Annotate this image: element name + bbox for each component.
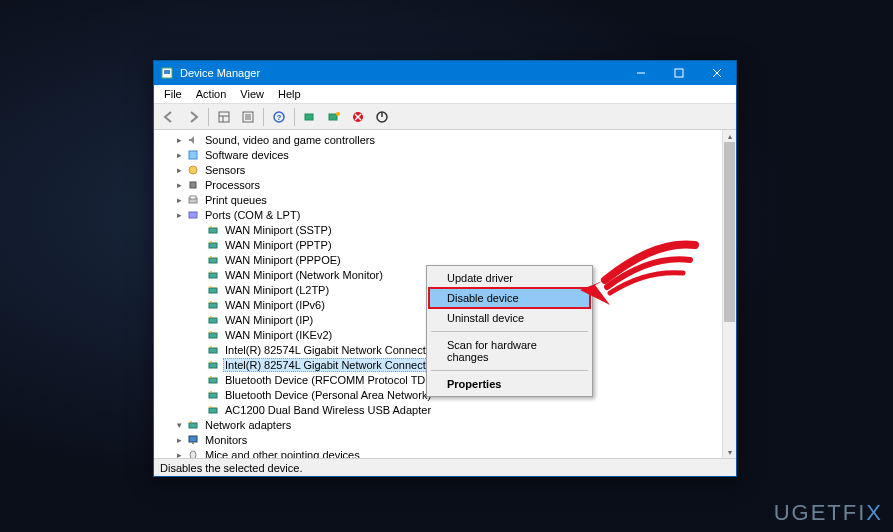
tree-item[interactable]: AC1200 Dual Band Wireless USB Adapter: [154, 402, 736, 417]
vertical-scrollbar[interactable]: ▴ ▾: [722, 130, 736, 458]
tree-item[interactable]: ▸Ports (COM & LPT): [154, 207, 736, 222]
tree-item-label: WAN Miniport (IPv6): [223, 299, 327, 311]
ctx-properties[interactable]: Properties: [429, 374, 590, 394]
svg-point-44: [210, 331, 212, 333]
tree-item-label: WAN Miniport (Network Monitor): [223, 269, 385, 281]
status-text: Disables the selected device.: [160, 462, 302, 474]
menu-action[interactable]: Action: [189, 86, 234, 102]
tree-item-label: WAN Miniport (PPPOE): [223, 254, 343, 266]
expander-placeholder: [194, 269, 205, 280]
expand-icon[interactable]: ▸: [174, 449, 185, 458]
tree-item[interactable]: WAN Miniport (PPTP): [154, 237, 736, 252]
tree-item[interactable]: ▸Print queues: [154, 192, 736, 207]
tree-item-label: WAN Miniport (L2TP): [223, 284, 331, 296]
expand-icon[interactable]: ▸: [174, 134, 185, 145]
expander-placeholder: [194, 314, 205, 325]
update-driver-button[interactable]: [323, 106, 345, 128]
svg-rect-47: [209, 363, 217, 368]
titlebar[interactable]: Device Manager: [154, 61, 736, 85]
svg-rect-28: [189, 212, 197, 218]
expand-icon[interactable]: ▸: [174, 209, 185, 220]
svg-rect-41: [209, 318, 217, 323]
svg-rect-16: [329, 114, 337, 120]
scrollbar-thumb[interactable]: [724, 142, 735, 322]
scroll-up-icon[interactable]: ▴: [723, 130, 736, 142]
svg-rect-58: [192, 442, 194, 444]
ctx-scan-hardware[interactable]: Scan for hardware changes: [429, 335, 590, 367]
svg-point-54: [210, 406, 212, 408]
tree-item[interactable]: ▾Network adapters: [154, 417, 736, 432]
expander-placeholder: [194, 359, 205, 370]
expander-placeholder: [194, 284, 205, 295]
properties-button[interactable]: [237, 106, 259, 128]
tree-item-label: Bluetooth Device (Personal Area Network): [223, 389, 433, 401]
tree-item[interactable]: ▸Software devices: [154, 147, 736, 162]
show-hide-tree-button[interactable]: [213, 106, 235, 128]
tree-item[interactable]: WAN Miniport (SSTP): [154, 222, 736, 237]
svg-point-34: [210, 256, 212, 258]
ctx-separator: [431, 370, 588, 371]
expand-icon[interactable]: ▸: [174, 164, 185, 175]
watermark: UGETFIX: [774, 500, 883, 526]
cpu-icon: [186, 179, 200, 191]
ctx-update-driver[interactable]: Update driver: [429, 268, 590, 288]
expand-icon[interactable]: ▸: [174, 434, 185, 445]
svg-point-32: [210, 241, 212, 243]
svg-point-36: [210, 271, 212, 273]
net-icon: [186, 419, 200, 431]
svg-rect-57: [189, 436, 197, 442]
svg-rect-27: [190, 196, 196, 199]
disable-device-button[interactable]: [371, 106, 393, 128]
svg-rect-23: [189, 151, 197, 159]
ctx-separator: [431, 331, 588, 332]
ctx-disable-device[interactable]: Disable device: [429, 288, 590, 308]
expander-placeholder: [194, 389, 205, 400]
expander-placeholder: [194, 404, 205, 415]
collapse-icon[interactable]: ▾: [174, 419, 185, 430]
uninstall-device-button[interactable]: [347, 106, 369, 128]
help-button[interactable]: ?: [268, 106, 290, 128]
net-icon: [206, 254, 220, 266]
expand-icon[interactable]: ▸: [174, 194, 185, 205]
expand-icon[interactable]: ▸: [174, 149, 185, 160]
net-icon: [206, 389, 220, 401]
svg-point-56: [190, 421, 192, 423]
tree-item-label: Monitors: [203, 434, 249, 446]
svg-rect-3: [675, 69, 683, 77]
back-button[interactable]: [158, 106, 180, 128]
tree-item-label: Bluetooth Device (RFCOMM Protocol TDI): [223, 374, 434, 386]
expand-icon[interactable]: ▸: [174, 179, 185, 190]
tree-item[interactable]: ▸Processors: [154, 177, 736, 192]
tree-item-label: Processors: [203, 179, 262, 191]
print-icon: [186, 194, 200, 206]
minimize-button[interactable]: [622, 61, 660, 85]
tree-item-label: AC1200 Dual Band Wireless USB Adapter: [223, 404, 433, 416]
menubar: File Action View Help: [154, 85, 736, 104]
tree-item[interactable]: ▸Sound, video and game controllers: [154, 132, 736, 147]
watermark-text: UGETFI: [774, 500, 867, 525]
close-button[interactable]: [698, 61, 736, 85]
scroll-down-icon[interactable]: ▾: [723, 446, 736, 458]
tree-item-label: WAN Miniport (IP): [223, 314, 315, 326]
ctx-uninstall-device[interactable]: Uninstall device: [429, 308, 590, 328]
net-icon: [206, 404, 220, 416]
svg-point-24: [189, 166, 197, 174]
maximize-button[interactable]: [660, 61, 698, 85]
menu-view[interactable]: View: [233, 86, 271, 102]
toolbar-separator: [263, 108, 264, 126]
svg-point-59: [190, 451, 196, 459]
menu-help[interactable]: Help: [271, 86, 308, 102]
scan-hardware-button[interactable]: [299, 106, 321, 128]
svg-point-42: [210, 316, 212, 318]
svg-point-30: [210, 226, 212, 228]
net-icon: [206, 344, 220, 356]
menu-file[interactable]: File: [157, 86, 189, 102]
net-icon: [206, 284, 220, 296]
forward-button[interactable]: [182, 106, 204, 128]
toolbar: ?: [154, 104, 736, 130]
tree-item[interactable]: ▸Sensors: [154, 162, 736, 177]
tree-item[interactable]: ▸Mice and other pointing devices: [154, 447, 736, 458]
svg-rect-15: [305, 114, 313, 120]
tree-item[interactable]: ▸Monitors: [154, 432, 736, 447]
expander-placeholder: [194, 239, 205, 250]
